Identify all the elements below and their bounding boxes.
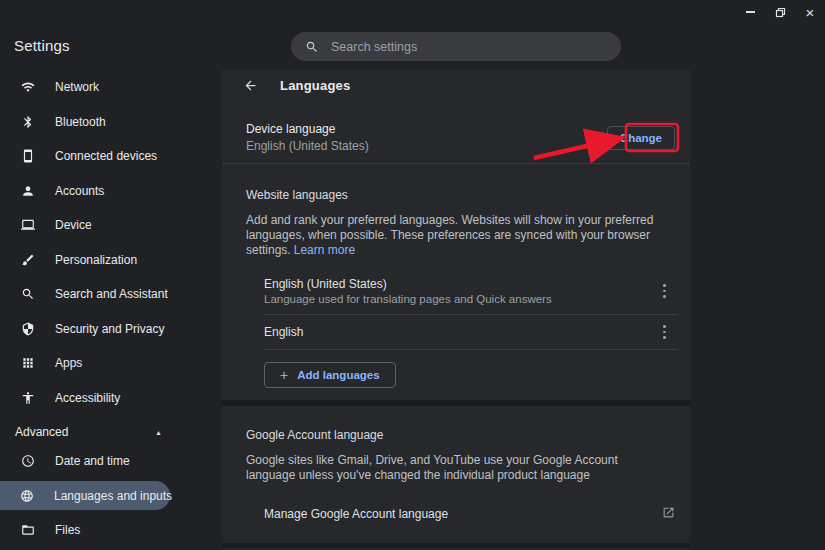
sidebar-item-label: Languages and inputs	[54, 489, 172, 503]
sidebar-item-label: Connected devices	[55, 149, 157, 163]
manage-google-account-language-row[interactable]: Manage Google Account language	[264, 499, 677, 543]
page-title: Languages	[280, 78, 350, 93]
sidebar-item-bluetooth[interactable]: Bluetooth	[0, 105, 170, 140]
accessibility-icon	[20, 390, 35, 405]
languages-card: Languages Device language English (Unite…	[222, 70, 690, 400]
more-options-button[interactable]	[656, 283, 672, 299]
sidebar-item-security-privacy[interactable]: Security and Privacy	[0, 312, 170, 347]
sidebar-item-files[interactable]: Files	[0, 513, 170, 548]
close-icon: ×	[806, 5, 815, 20]
more-options-button[interactable]	[656, 324, 672, 340]
settings-search-bar[interactable]	[291, 32, 621, 61]
sidebar-item-label: Device	[55, 218, 92, 232]
website-languages-title: Website languages	[246, 188, 678, 202]
sidebar-item-accessibility[interactable]: Accessibility	[0, 381, 170, 416]
manage-google-account-language-label: Manage Google Account language	[264, 507, 448, 521]
google-account-section: Google Account language Google sites lik…	[222, 406, 690, 543]
device-language-row: Device language English (United States) …	[222, 122, 690, 153]
wifi-icon	[20, 80, 35, 95]
window-controls: ×	[739, 3, 821, 21]
sidebar: Network Bluetooth Connected devices Acco…	[0, 70, 222, 550]
learn-more-link[interactable]: Learn more	[294, 243, 355, 257]
laptop-icon	[20, 218, 35, 233]
website-languages-description: Add and rank your preferred languages. W…	[246, 213, 678, 258]
apps-grid-icon	[20, 356, 35, 371]
open-in-new-icon	[662, 505, 675, 523]
sidebar-item-label: Apps	[55, 356, 82, 370]
smartphone-icon	[20, 149, 35, 164]
subpage-header: Languages	[222, 70, 690, 100]
website-languages-section: Website languages Add and rank your pref…	[222, 164, 690, 388]
restore-icon	[775, 7, 786, 18]
app-title: Settings	[14, 37, 70, 54]
google-account-description: Google sites like Gmail, Drive, and YouT…	[246, 453, 677, 483]
sidebar-item-label: Network	[55, 80, 99, 94]
language-subtitle: Language used for translating pages and …	[264, 293, 552, 305]
bluetooth-icon	[20, 114, 35, 129]
sidebar-item-accounts[interactable]: Accounts	[0, 174, 170, 209]
language-row-english-us: English (United States) Language used fo…	[264, 268, 678, 314]
device-language-value: English (United States)	[246, 139, 369, 153]
chevron-up-icon: ▲	[155, 429, 162, 436]
sidebar-item-device[interactable]: Device	[0, 208, 170, 243]
person-icon	[20, 183, 35, 198]
sidebar-item-label: Security and Privacy	[55, 322, 164, 336]
minimize-button[interactable]	[739, 3, 761, 21]
language-row-text: English (United States) Language used fo…	[264, 277, 552, 305]
close-button[interactable]: ×	[799, 3, 821, 21]
add-languages-button[interactable]: + Add languages	[264, 362, 396, 388]
minimize-icon	[746, 11, 755, 13]
search-icon	[305, 40, 319, 54]
add-languages-label: Add languages	[297, 369, 379, 381]
folder-icon	[20, 523, 35, 538]
device-language-text: Device language English (United States)	[246, 122, 369, 153]
search-input[interactable]	[331, 40, 607, 54]
clock-icon	[20, 454, 35, 469]
sidebar-item-label: Search and Assistant	[55, 287, 168, 301]
search-icon	[20, 287, 35, 302]
google-account-title: Google Account language	[246, 428, 677, 442]
sidebar-item-label: Bluetooth	[55, 115, 106, 129]
sidebar-item-connected-devices[interactable]: Connected devices	[0, 139, 170, 174]
language-list: English (United States) Language used fo…	[264, 268, 678, 388]
content-pane: Languages Device language English (Unite…	[222, 70, 690, 550]
sidebar-item-network[interactable]: Network	[0, 70, 170, 105]
language-row-english: English	[264, 315, 678, 349]
sidebar-item-languages-inputs[interactable]: Languages and inputs	[0, 481, 170, 510]
sidebar-item-apps[interactable]: Apps	[0, 346, 170, 381]
sidebar-item-label: Files	[55, 523, 80, 537]
sidebar-item-label: Accounts	[55, 184, 104, 198]
device-language-label: Device language	[246, 122, 369, 136]
sidebar-item-label: Date and time	[55, 454, 130, 468]
sidebar-item-label: Personalization	[55, 253, 137, 267]
google-account-card: Google Account language Google sites lik…	[222, 406, 690, 543]
sidebar-item-search-assistant[interactable]: Search and Assistant	[0, 277, 170, 312]
advanced-label: Advanced	[15, 425, 68, 439]
brush-icon	[20, 252, 35, 267]
divider	[264, 349, 678, 350]
back-button[interactable]	[242, 77, 258, 93]
arrow-left-icon	[243, 78, 258, 93]
sidebar-item-label: Accessibility	[55, 391, 120, 405]
language-name: English (United States)	[264, 277, 552, 291]
change-button[interactable]: Change	[607, 126, 675, 150]
shield-icon	[20, 321, 35, 336]
sidebar-item-personalization[interactable]: Personalization	[0, 243, 170, 278]
sidebar-advanced-toggle[interactable]: Advanced ▲	[0, 420, 222, 444]
language-name: English	[264, 325, 303, 339]
globe-icon	[20, 488, 34, 503]
restore-button[interactable]	[769, 3, 791, 21]
sidebar-item-date-time[interactable]: Date and time	[0, 444, 170, 479]
plus-icon: +	[280, 368, 288, 382]
